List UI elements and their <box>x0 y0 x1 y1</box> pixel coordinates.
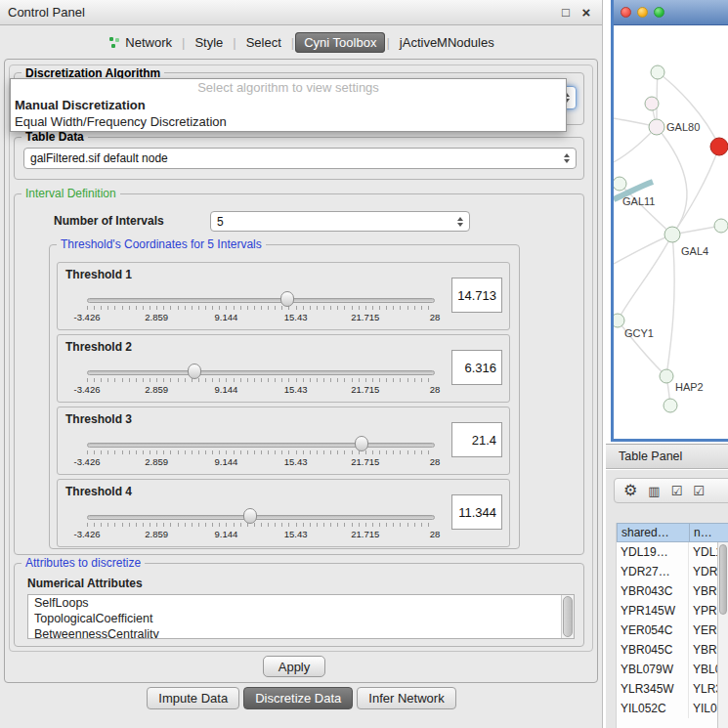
threshold-label: Threshold 3 <box>65 412 132 426</box>
column-header-n[interactable]: n… <box>689 523 728 542</box>
network-node-gcy1[interactable] <box>614 314 624 327</box>
slider-tick-label: 21.715 <box>351 384 379 395</box>
table-row[interactable]: YDR27…YDR2 <box>617 562 728 581</box>
network-node-gal80[interactable] <box>649 119 664 135</box>
tab-jactivemnodules[interactable]: jActiveMNodules <box>391 32 503 53</box>
mac-zoom-icon[interactable] <box>654 7 664 18</box>
control-panel-titlebar: Control Panel □ × <box>0 0 602 25</box>
select-all-checkbox-icon[interactable]: ☑ <box>671 485 683 497</box>
table-rows: YDL19…YDL1YDR27…YDR2YBR043CYBR0YPR145WYP… <box>617 542 728 728</box>
number-of-intervals-combobox[interactable]: 5 <box>210 211 470 232</box>
popup-options: Manual DiscretizationEqual Width/Frequen… <box>11 97 566 130</box>
slider-thumb[interactable] <box>188 364 201 379</box>
list-item-topologicalcoefficient[interactable]: TopologicalCoefficient <box>28 611 574 626</box>
table-row[interactable]: YLR345WYLR3 <box>617 679 728 699</box>
threshold-value-input[interactable] <box>451 494 502 530</box>
table-cell[interactable]: YDL19… <box>617 542 689 562</box>
tab-label: Select <box>246 35 281 50</box>
slider-tick-label: -3.426 <box>74 529 101 539</box>
column-layout-icon[interactable]: ▥ <box>648 485 660 497</box>
slider-tick-label: 28 <box>430 529 441 539</box>
table-cell[interactable]: YBL079W <box>617 660 689 679</box>
threshold-label: Threshold 2 <box>65 340 132 354</box>
network-canvas[interactable]: GAL80GAL11GAL4GCY1HAP2 <box>614 25 728 439</box>
network-node-gal4[interactable] <box>664 227 680 242</box>
slider-track[interactable] <box>87 515 435 520</box>
table-row[interactable]: YDL19…YDL1 <box>617 542 728 562</box>
slider-track[interactable] <box>87 443 435 448</box>
network-node-hap2[interactable] <box>660 369 673 383</box>
table-row[interactable]: YBR043CYBR0 <box>617 581 728 601</box>
table-scrollbar-thumb[interactable] <box>719 544 727 615</box>
settings-gear-icon[interactable]: ⚙ <box>623 483 637 498</box>
table-cell[interactable]: YER054C <box>617 621 689 640</box>
table-cell[interactable]: YLR345W <box>617 679 689 699</box>
bottom-tab-impute-data[interactable]: Impute Data <box>147 687 239 709</box>
numerical-attributes-list[interactable]: SelfLoopsTopologicalCoefficientBetweenne… <box>27 594 575 639</box>
list-item-selfloops[interactable]: SelfLoops <box>28 595 574 611</box>
table-row[interactable]: YPR145WYPR1 <box>617 601 728 621</box>
slider-track[interactable] <box>87 370 435 375</box>
network-edge <box>666 235 674 376</box>
table-row[interactable]: YER054CYER0 <box>617 621 728 640</box>
tab-cyni-toolbox[interactable]: Cyni Toolbox <box>295 32 385 53</box>
select-columns-checkbox-icon[interactable]: ☑ <box>693 485 705 497</box>
close-icon[interactable]: × <box>578 4 594 21</box>
tab-style[interactable]: Style <box>186 32 232 53</box>
network-window-titlebar <box>614 0 728 25</box>
threshold-value-input[interactable] <box>451 350 502 385</box>
network-node-gal11[interactable] <box>614 177 626 191</box>
tab-label: Network <box>125 35 172 50</box>
list-item-betweennesscentrality[interactable]: BetweennessCentrality <box>28 626 574 639</box>
table-panel-header: Table Panel <box>606 444 728 469</box>
network-node[interactable] <box>645 97 659 110</box>
popup-option-manual-discretization[interactable]: Manual Discretization <box>11 97 566 113</box>
network-node[interactable] <box>710 138 728 155</box>
tab-network[interactable]: Network <box>100 32 181 53</box>
network-node[interactable] <box>664 399 677 412</box>
number-of-intervals-value: 5 <box>217 215 452 229</box>
apply-button[interactable]: Apply <box>263 656 325 677</box>
slider-thumb[interactable] <box>280 291 294 307</box>
mac-close-icon[interactable] <box>621 7 631 18</box>
attribute-table: shared…n… YDL19…YDL1YDR27…YDR2YBR043CYBR… <box>616 523 728 728</box>
slider-tick-label: 2.859 <box>145 529 168 539</box>
threshold-panel-4: Threshold 4-3.4262.8599.14415.4321.71528 <box>57 479 510 547</box>
bottom-tab-infer-network[interactable]: Infer Network <box>357 687 455 709</box>
table-row[interactable]: YIL052CYIL0 <box>617 699 728 718</box>
table-cell[interactable]: YIL052C <box>617 699 689 718</box>
table-cell[interactable]: YBR045C <box>617 640 689 660</box>
tab-select[interactable]: Select <box>237 32 290 53</box>
table-cell[interactable]: YBR043C <box>617 581 689 601</box>
network-node[interactable] <box>651 65 664 79</box>
mac-minimize-icon[interactable] <box>637 7 648 18</box>
slider-tick-label: 2.859 <box>145 456 168 467</box>
slider-tick-label: 2.859 <box>145 384 168 395</box>
network-edge <box>658 72 719 147</box>
threshold-label: Threshold 4 <box>65 485 132 498</box>
list-scrollbar-thumb[interactable] <box>563 596 573 637</box>
table-row[interactable]: YBR045CYBR0 <box>617 640 728 660</box>
table-cell[interactable]: YDR27… <box>617 562 689 581</box>
node-label: GCY1 <box>624 327 654 339</box>
slider-thumb[interactable] <box>243 508 257 524</box>
bottom-tab-bar: Impute DataDiscretize DataInfer Network <box>0 687 603 709</box>
table-data-combobox-value: galFiltered.sif default node <box>30 151 559 165</box>
table-row[interactable]: YBL079WYBL0 <box>617 660 728 679</box>
table-cell[interactable]: YPR145W <box>617 601 689 621</box>
slider-thumb[interactable] <box>355 436 368 451</box>
threshold-value-input[interactable] <box>451 278 502 313</box>
column-header-shared[interactable]: shared… <box>617 523 689 542</box>
table-data-combobox[interactable]: galFiltered.sif default node <box>23 148 577 169</box>
table-scrollbar[interactable] <box>717 542 728 728</box>
slider-track[interactable] <box>87 298 435 303</box>
tab-bar: Network|Style|Select|Cyni Toolbox|jActiv… <box>0 27 603 57</box>
bottom-tab-discretize-data[interactable]: Discretize Data <box>243 687 353 709</box>
popup-option-equal-width-frequency-discretization[interactable]: Equal Width/Frequency Discretization <box>11 113 566 130</box>
list-scrollbar[interactable] <box>561 595 574 638</box>
network-edge <box>672 147 719 235</box>
threshold-value-input[interactable] <box>451 422 502 457</box>
thresholds-group-title: Threshold's Coordinates for 5 Intervals <box>57 237 266 251</box>
float-window-icon[interactable]: □ <box>558 5 574 20</box>
network-node[interactable] <box>714 219 728 233</box>
